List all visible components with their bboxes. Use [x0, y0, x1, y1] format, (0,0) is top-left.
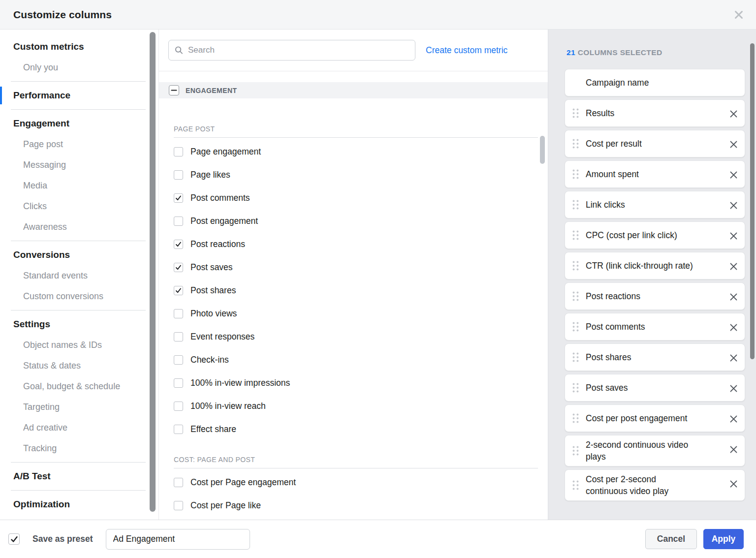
metric-checkbox-row[interactable]: Event responses: [174, 325, 538, 348]
metric-checkbox[interactable]: [174, 378, 183, 388]
cancel-button[interactable]: Cancel: [645, 529, 697, 549]
metric-checkbox-row[interactable]: Check-ins: [174, 348, 538, 372]
metric-checkbox-row[interactable]: Effect share: [174, 418, 538, 441]
sidebar-item[interactable]: Object names & IDs: [13, 335, 146, 355]
selected-column-card: Post saves: [565, 374, 745, 402]
sidebar-section-header[interactable]: Settings: [13, 314, 146, 335]
metric-checkbox-row[interactable]: Page engagement: [174, 140, 538, 163]
sidebar-section-header[interactable]: Performance: [13, 85, 146, 106]
sidebar-section-header[interactable]: Engagement: [13, 113, 146, 134]
create-custom-metric-link[interactable]: Create custom metric: [426, 45, 507, 56]
metric-checkbox[interactable]: [174, 332, 183, 341]
remove-column-button[interactable]: [729, 110, 738, 118]
drag-handle-icon[interactable]: [572, 382, 579, 393]
drag-handle-icon[interactable]: [572, 445, 579, 456]
drag-handle-icon[interactable]: [572, 260, 579, 271]
subsection-label: PAGE POST: [174, 125, 538, 138]
metric-checkbox-row[interactable]: 100% in-view impressions: [174, 372, 538, 395]
sidebar-subitems: Page post Messaging Media Clicks Awarene…: [13, 134, 146, 237]
drag-handle-icon[interactable]: [572, 199, 579, 210]
sidebar-subitems: Standard events Custom conversions: [13, 265, 146, 307]
metric-checkbox[interactable]: [174, 193, 183, 203]
preset-name-input[interactable]: [106, 529, 250, 550]
sidebar-item[interactable]: Media: [13, 175, 146, 196]
selected-columns-panel: 21 COLUMNS SELECTED Campaign name: [548, 30, 756, 520]
sidebar-item[interactable]: Ad creative: [13, 417, 146, 438]
metric-checkbox[interactable]: [174, 309, 183, 318]
metric-checkbox[interactable]: [174, 147, 183, 156]
metric-checkbox[interactable]: [174, 170, 183, 180]
remove-column-button[interactable]: [729, 262, 738, 271]
selected-columns-scrollbar-thumb[interactable]: [750, 43, 755, 359]
remove-column-button[interactable]: [729, 140, 738, 149]
sidebar-item[interactable]: Only you: [13, 57, 146, 78]
drag-handle-icon[interactable]: [572, 138, 579, 149]
remove-column-button[interactable]: [729, 445, 738, 454]
sidebar-item[interactable]: Goal, budget & schedule: [13, 376, 146, 397]
sidebar-item[interactable]: Custom conversions: [13, 286, 146, 307]
metrics-scrollbar-thumb[interactable]: [540, 136, 545, 164]
metric-checkbox[interactable]: [174, 240, 183, 249]
metric-checkbox[interactable]: [174, 478, 183, 487]
metric-checkbox-row[interactable]: Post reactions: [174, 233, 538, 256]
metric-checkbox-row[interactable]: Photo views: [174, 302, 538, 325]
sidebar-section-header[interactable]: A/B Test: [13, 466, 146, 487]
collapse-section-button[interactable]: [169, 85, 179, 95]
metric-label: Event responses: [190, 332, 254, 342]
metric-checkbox[interactable]: [174, 217, 183, 226]
sidebar-scrollbar-thumb[interactable]: [150, 32, 156, 512]
metric-checkbox-row[interactable]: Post comments: [174, 186, 538, 210]
selected-column-card: Results: [565, 99, 745, 127]
close-icon[interactable]: [732, 8, 745, 21]
selected-column-label: Post comments: [586, 321, 725, 333]
sidebar-item[interactable]: Awareness: [13, 217, 146, 237]
sidebar-item[interactable]: Messaging: [13, 155, 146, 175]
sidebar-item[interactable]: Page post: [13, 134, 146, 155]
remove-column-button[interactable]: [729, 480, 738, 488]
remove-column-button[interactable]: [729, 323, 738, 332]
sidebar-item[interactable]: Clicks: [13, 196, 146, 217]
metric-checkbox-row[interactable]: Page likes: [174, 163, 538, 186]
search-input[interactable]: [188, 45, 409, 55]
metric-checkbox[interactable]: [174, 263, 183, 272]
sidebar-section-header[interactable]: Custom metrics: [13, 36, 146, 57]
sidebar-item[interactable]: Targeting: [13, 397, 146, 417]
metric-checkbox[interactable]: [174, 425, 183, 434]
sidebar-item[interactable]: Standard events: [13, 265, 146, 286]
sidebar-section-header[interactable]: Optimization: [13, 494, 146, 515]
remove-column-button[interactable]: [729, 415, 738, 423]
metric-checkbox[interactable]: [174, 402, 183, 411]
drag-handle-icon[interactable]: [572, 352, 579, 363]
metric-checkbox-row[interactable]: Cost per Page like: [174, 494, 538, 517]
metric-checkbox-row[interactable]: Post saves: [174, 256, 538, 279]
metric-checkbox[interactable]: [174, 286, 183, 295]
sidebar-group: Engagement Page post Messaging Media Cli…: [13, 109, 146, 237]
drag-handle-icon[interactable]: [572, 230, 579, 241]
remove-column-button[interactable]: [729, 171, 738, 179]
drag-handle-icon[interactable]: [572, 321, 579, 332]
metric-checkbox-row[interactable]: Cost per Page engagement: [174, 471, 538, 494]
remove-column-button[interactable]: [729, 293, 738, 301]
save-as-preset-checkbox[interactable]: [8, 533, 20, 545]
drag-handle-icon[interactable]: [572, 413, 579, 424]
search-box[interactable]: [168, 40, 415, 61]
drag-handle-icon[interactable]: [572, 480, 579, 491]
sidebar-item[interactable]: Tracking: [13, 438, 146, 459]
drag-handle-icon[interactable]: [572, 291, 579, 302]
metric-checkbox-row[interactable]: Post shares: [174, 279, 538, 302]
apply-button[interactable]: Apply: [703, 529, 744, 549]
selected-column-label: Link clicks: [586, 199, 725, 211]
metric-checkbox[interactable]: [174, 501, 183, 510]
remove-column-button[interactable]: [729, 232, 738, 240]
metric-checkbox[interactable]: [174, 355, 183, 365]
drag-handle-icon[interactable]: [572, 169, 579, 180]
metric-checkbox-row[interactable]: 100% in-view reach: [174, 395, 538, 418]
sidebar-item[interactable]: Status & dates: [13, 355, 146, 376]
remove-column-button[interactable]: [729, 354, 738, 362]
remove-column-button[interactable]: [729, 201, 738, 210]
drag-handle-icon[interactable]: [572, 108, 579, 119]
remove-column-button[interactable]: [729, 384, 738, 393]
sidebar-section-header[interactable]: Conversions: [13, 245, 146, 265]
selected-column-card: Post comments: [565, 313, 745, 341]
metric-checkbox-row[interactable]: Post engagement: [174, 210, 538, 233]
